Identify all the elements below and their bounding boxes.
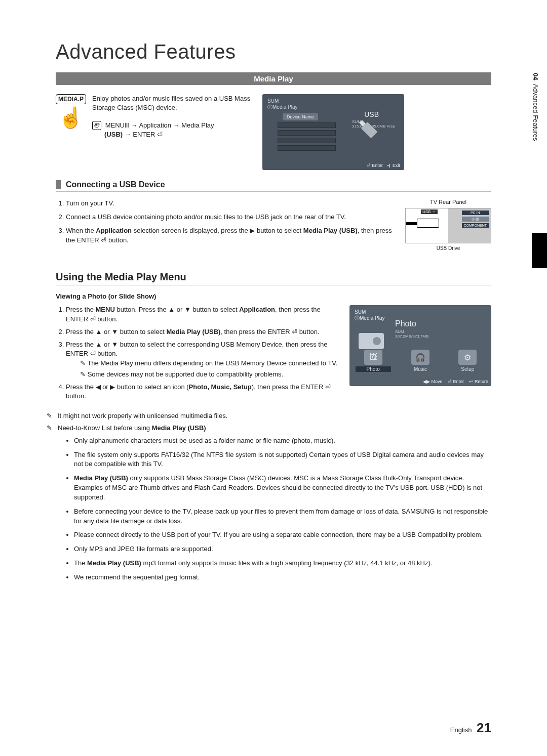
bullet-5: Please connect directly to the USB port … [74, 530, 491, 540]
side-chapter-tab: 04 Advanced Features [532, 71, 547, 233]
page-title: Advanced Features [56, 40, 491, 63]
screen1-footer: ⏎ Enter ▪⫿ Exit [364, 163, 400, 168]
bullet-1: Only alphanumeric characters must be use… [74, 436, 491, 446]
footer-page-number: 21 [477, 720, 491, 735]
using-step-3: Press the ▲ or ▼ button to select the co… [66, 340, 339, 380]
using-step-4: Press the ◀ or ▶ button to select an ico… [66, 383, 339, 402]
subheading-viewing-photo: Viewing a Photo (or Slide Show) [56, 292, 491, 300]
subheading-connecting-usb-text: Connecting a USB Device [66, 180, 165, 189]
rear-panel-caption: TV Rear Panel [405, 199, 491, 205]
note-unlicensed: ✎It might not work properly with unlicen… [56, 411, 491, 421]
divider-2 [56, 285, 491, 285]
menu-path-usb: (USB) [104, 131, 123, 138]
screen2-options: 🖼 Photo 🎧 Music ⚙ Setup [349, 350, 491, 372]
using-step-2: Press the ▲ or ▼ button to select Media … [66, 327, 339, 337]
media-p-label: MEDIA.P [56, 94, 86, 104]
menu-path-mid: → Application → Media Play [131, 121, 214, 129]
option-setup: ⚙ Setup [450, 350, 485, 372]
intro-row: MEDIA.P ☝ Enjoy photos and/or music file… [56, 94, 491, 170]
intro-text: Enjoy photos and/or music files saved on… [92, 94, 253, 112]
connect-step-3: When the Application selection screen is… [66, 226, 395, 245]
photo-menu-screen-illustration: SUM ⓘMedia Play Photo SUM 307.2MB/973.7M… [349, 305, 491, 386]
screen1-exit-hint: ▪⫿ Exit [387, 163, 400, 168]
screen2-return-hint: ↩ Return [469, 379, 488, 384]
section-bar-media-play: Media Play [56, 72, 491, 85]
heading-using-media-play: Using the Media Play Menu [56, 271, 491, 283]
page: Advanced Features Media Play MEDIA.P ☝ E… [0, 0, 547, 607]
using-steps: Press the MENU button. Press the ▲ or ▼ … [56, 305, 339, 404]
media-play-screen-illustration: SUM ⓘMedia Play Device Name USB SUM 315.… [262, 94, 404, 170]
need-to-know-list: Only alphanumeric characters must be use… [56, 436, 491, 582]
note-need-to-know: ✎Need-to-Know List before using Media Pl… [56, 424, 491, 433]
final-notes: ✎It might not work properly with unlicen… [56, 411, 491, 433]
setup-icon: ⚙ [458, 350, 477, 365]
music-icon: 🎧 [411, 350, 429, 365]
menu-path-enter: → ENTER ⏎ [125, 131, 163, 138]
screen2-header: SUM ⓘMedia Play [355, 309, 384, 322]
screen1-sum-info: SUM 315.0MB/695.0MB Free [352, 119, 395, 129]
option-music: 🎧 Music [403, 350, 438, 372]
screen1-usb-label: USB [364, 110, 379, 118]
screen1-device-name: Device Name [283, 113, 318, 120]
bullet-6: Only MP3 and JPEG file formats are suppo… [74, 544, 491, 554]
using-step-3-note-2: Some devices may not be supported due to… [80, 370, 339, 379]
intro-copy: Enjoy photos and/or music files saved on… [92, 94, 253, 170]
bullet-3: Media Play (USB) only supports USB Mass … [74, 474, 491, 502]
bullet-8: We recommend the sequential jpeg format. [74, 573, 491, 582]
bullet-4: Before connecting your device to the TV,… [74, 507, 491, 526]
divider [56, 191, 491, 192]
using-row: Press the MENU button. Press the ▲ or ▼ … [56, 305, 491, 404]
screen2-sub: SUM 307.2MB/973.7MB [395, 329, 428, 339]
using-step-1: Press the MENU button. Press the ▲ or ▼ … [66, 305, 339, 324]
screen1-enter-hint: ⏎ Enter [367, 163, 383, 168]
screen2-footer: ◀▶ Move ⏎ Enter ↩ Return [419, 379, 488, 384]
photo-icon: 🖼 [364, 350, 382, 365]
camera-icon [359, 333, 384, 349]
rear-port-labels: PC IN ◎ ▥ COMPONENT [462, 211, 489, 229]
subheading-connecting-usb: Connecting a USB Device [56, 180, 491, 189]
screen2-enter-hint: ⏎ Enter [448, 379, 464, 384]
connect-step-1: Turn on your TV. [66, 199, 395, 208]
screen2-move-hint: ◀▶ Move [423, 379, 443, 384]
osd-menu-icon: 🖑 [92, 121, 101, 130]
hand-press-icon: ☝ [58, 107, 84, 128]
connect-step-2: Connect a USB device containing photo an… [66, 213, 395, 222]
connecting-row: Turn on your TV. Connect a USB device co… [56, 199, 491, 251]
page-footer: English 21 [450, 720, 491, 736]
screen1-header: SUM ⓘMedia Play [267, 98, 297, 111]
port-component-label: COMPONENT [462, 223, 489, 228]
footer-lang: English [450, 726, 472, 734]
option-photo: 🖼 Photo [356, 350, 391, 372]
connecting-steps: Turn on your TV. Connect a USB device co… [56, 199, 395, 251]
rear-panel-image: USB ↔ PC IN ◎ ▥ COMPONENT [405, 208, 491, 243]
screen1-list-rows [278, 122, 336, 153]
screen1-sum: SUM [352, 119, 395, 124]
side-black-tab [532, 233, 547, 268]
side-tab-text: 04 Advanced Features [532, 71, 539, 141]
bullet-7: The Media Play (USB) mp3 format only sup… [74, 559, 491, 568]
menu-path: 🖑 MENUⅢ → Application → Media Play (USB)… [92, 121, 253, 139]
port-pcin-label: PC IN [462, 211, 489, 215]
screen2-title: Photo [395, 319, 416, 328]
tv-rear-panel-illustration: TV Rear Panel USB ↔ PC IN ◎ ▥ COMPONENT … [405, 199, 491, 251]
intro-col: MEDIA.P ☝ Enjoy photos and/or music file… [56, 94, 253, 170]
using-step-3-note-1: The Media Play menu differs depending on… [80, 359, 339, 368]
bullet-2: The file system only supports FAT16/32 (… [74, 450, 491, 470]
usb-drive-label: USB Drive [405, 245, 491, 251]
rear-usb-label: USB ↔ [421, 209, 438, 214]
media-p-button-illustration: MEDIA.P ☝ [56, 94, 86, 170]
menu-path-menu: MENU [105, 121, 125, 129]
usb-connector-icon [417, 219, 439, 228]
